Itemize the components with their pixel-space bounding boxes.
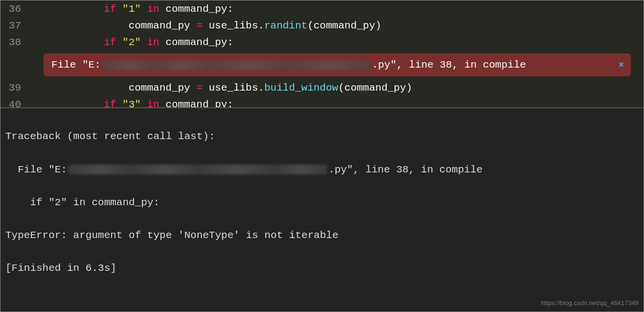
console-line: Traceback (most recent call last): — [5, 128, 639, 145]
error-file-prefix: File "E: — [51, 59, 101, 71]
line-number: 37 — [0, 20, 30, 31]
code-content: if "1" in command_py: — [30, 3, 644, 15]
code-line[interactable]: 39 command_py = use_libs.build_window(co… — [0, 79, 644, 96]
console-line: File "E:.py", line 38, in compile — [5, 162, 639, 178]
watermark: https://blog.csdn.net/qq_46417349 — [541, 298, 639, 309]
redacted-path — [68, 165, 327, 174]
output-console[interactable]: Traceback (most recent call last): File … — [0, 107, 644, 312]
console-line: if "2" in command_py: — [5, 194, 639, 211]
redacted-path — [102, 60, 371, 71]
code-content: command_py = use_libs.randint(command_py… — [30, 20, 644, 31]
code-line[interactable]: 38 if "2" in command_py: — [0, 34, 644, 50]
line-number: 38 — [0, 37, 30, 48]
code-content: command_py = use_libs.build_window(comma… — [30, 82, 644, 94]
close-icon[interactable]: × — [619, 60, 624, 70]
error-file-suffix: .py", line 38, in compile — [372, 59, 526, 71]
code-content: if "2" in command_py: — [30, 37, 644, 48]
line-number: 36 — [0, 3, 30, 15]
code-line[interactable]: 37 command_py = use_libs.randint(command… — [0, 17, 644, 34]
code-line[interactable]: 36 if "1" in command_py: — [0, 0, 644, 17]
console-line: [Finished in 6.3s] — [5, 260, 639, 277]
line-number: 39 — [0, 82, 30, 94]
console-line: TypeError: argument of type 'NoneType' i… — [5, 227, 639, 244]
inline-error-banner: File "E:.py", line 38, in compile × — [44, 53, 631, 76]
